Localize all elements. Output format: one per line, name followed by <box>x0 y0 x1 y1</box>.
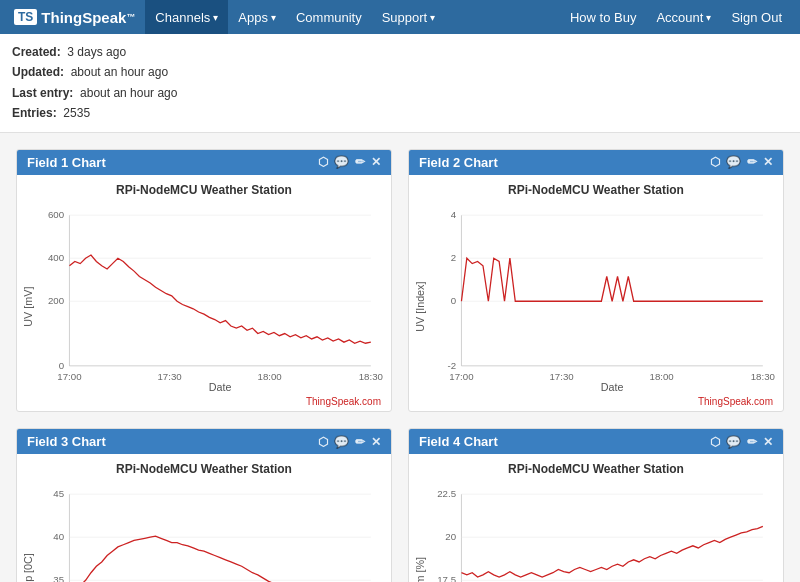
svg-text:200: 200 <box>48 295 64 306</box>
entries-label: Entries: <box>12 106 57 120</box>
chart-card-field4: Field 4 Chart ⬡ 💬 ✏ ✕ RPi-NodeMCU Weathe… <box>408 428 784 582</box>
comment-icon-field2[interactable]: 💬 <box>726 155 741 169</box>
nav-apps[interactable]: Apps ▾ <box>228 0 286 34</box>
svg-text:UV [Index]: UV [Index] <box>414 281 426 331</box>
updated-value: about an hour ago <box>71 65 168 79</box>
chart-header-field1: Field 1 Chart ⬡ 💬 ✏ ✕ <box>17 150 391 175</box>
edit-icon-field4[interactable]: ✏ <box>747 435 757 449</box>
brand-tm: ™ <box>126 12 135 22</box>
chart-subtitle-field2: RPi-NodeMCU Weather Station <box>413 183 779 197</box>
chart-subtitle-field3: RPi-NodeMCU Weather Station <box>21 462 387 476</box>
navbar: TS ThingSpeak ™ Channels ▾ Apps ▾ Commun… <box>0 0 800 34</box>
svg-text:45: 45 <box>53 489 64 500</box>
svg-text:17:30: 17:30 <box>549 370 573 381</box>
svg-text:22.5: 22.5 <box>437 489 456 500</box>
svg-text:17:00: 17:00 <box>57 370 81 381</box>
brand-icon: TS <box>14 9 37 25</box>
apps-arrow-icon: ▾ <box>271 12 276 23</box>
last-entry-value: about an hour ago <box>80 86 177 100</box>
credit-field2: ThingSpeak.com <box>409 396 783 411</box>
svg-text:600: 600 <box>48 209 64 220</box>
comment-icon-field1[interactable]: 💬 <box>334 155 349 169</box>
channel-info: Created: 3 days ago Updated: about an ho… <box>0 34 800 133</box>
edit-icon-field2[interactable]: ✏ <box>747 155 757 169</box>
svg-text:18:00: 18:00 <box>650 370 674 381</box>
svg-text:0: 0 <box>451 295 456 306</box>
svg-text:400: 400 <box>48 252 64 263</box>
nav-account[interactable]: Account ▾ <box>646 0 721 34</box>
svg-text:17:30: 17:30 <box>157 370 181 381</box>
close-icon-field3[interactable]: ✕ <box>371 435 381 449</box>
svg-text:35: 35 <box>53 575 64 582</box>
svg-text:Air Temp [0C]: Air Temp [0C] <box>22 553 34 582</box>
chart-title-field1: Field 1 Chart <box>27 155 318 170</box>
comment-icon-field4[interactable]: 💬 <box>726 435 741 449</box>
svg-text:17.5: 17.5 <box>437 575 456 582</box>
support-arrow-icon: ▾ <box>430 12 435 23</box>
svg-text:Date: Date <box>601 380 624 392</box>
nav-sign-out[interactable]: Sign Out <box>721 0 792 34</box>
svg-text:2: 2 <box>451 252 456 263</box>
svg-text:UV [mV]: UV [mV] <box>22 286 34 326</box>
chart-body-field2: RPi-NodeMCU Weather Station UV [Index] 4… <box>409 175 783 397</box>
close-icon-field4[interactable]: ✕ <box>763 435 773 449</box>
chart-icons-field3: ⬡ 💬 ✏ ✕ <box>318 435 381 449</box>
chart-card-field1: Field 1 Chart ⬡ 💬 ✏ ✕ RPi-NodeMCU Weathe… <box>16 149 392 413</box>
svg-text:18:30: 18:30 <box>359 370 383 381</box>
expand-icon-field1[interactable]: ⬡ <box>318 155 328 169</box>
account-arrow-icon: ▾ <box>706 12 711 23</box>
chart-svg-field4: Air Hum [%] 22.5 20 17.5 15 17:30 18:00 … <box>413 478 779 582</box>
svg-text:Air Hum [%]: Air Hum [%] <box>414 557 426 582</box>
expand-icon-field4[interactable]: ⬡ <box>710 435 720 449</box>
nav-how-to-buy[interactable]: How to Buy <box>560 0 646 34</box>
chart-header-field2: Field 2 Chart ⬡ 💬 ✏ ✕ <box>409 150 783 175</box>
chart-header-field3: Field 3 Chart ⬡ 💬 ✏ ✕ <box>17 429 391 454</box>
edit-icon-field3[interactable]: ✏ <box>355 435 365 449</box>
chart-svg-field3: Air Temp [0C] 45 40 35 30 17:00 17:30 18… <box>21 478 387 582</box>
chart-svg-field1: UV [mV] 600 400 200 0 17:00 17:30 18:00 … <box>21 199 387 393</box>
chart-title-field4: Field 4 Chart <box>419 434 710 449</box>
svg-text:17:00: 17:00 <box>449 370 473 381</box>
chart-body-field4: RPi-NodeMCU Weather Station Air Hum [%] … <box>409 454 783 582</box>
close-icon-field2[interactable]: ✕ <box>763 155 773 169</box>
chart-svg-field2: UV [Index] 4 2 0 -2 17:00 17:30 18:00 18… <box>413 199 779 393</box>
chart-body-field1: RPi-NodeMCU Weather Station UV [mV] 600 … <box>17 175 391 397</box>
chart-icons-field4: ⬡ 💬 ✏ ✕ <box>710 435 773 449</box>
chart-title-field3: Field 3 Chart <box>27 434 318 449</box>
svg-text:18:30: 18:30 <box>751 370 775 381</box>
svg-text:0: 0 <box>59 360 64 371</box>
svg-text:18:00: 18:00 <box>258 370 282 381</box>
svg-text:Date: Date <box>209 380 232 392</box>
expand-icon-field2[interactable]: ⬡ <box>710 155 720 169</box>
nav-channels[interactable]: Channels ▾ <box>145 0 228 34</box>
chart-header-field4: Field 4 Chart ⬡ 💬 ✏ ✕ <box>409 429 783 454</box>
chart-card-field3: Field 3 Chart ⬡ 💬 ✏ ✕ RPi-NodeMCU Weathe… <box>16 428 392 582</box>
svg-text:40: 40 <box>53 532 64 543</box>
charts-grid: Field 1 Chart ⬡ 💬 ✏ ✕ RPi-NodeMCU Weathe… <box>0 133 800 582</box>
brand-name: ThingSpeak <box>41 9 126 26</box>
nav-support[interactable]: Support ▾ <box>372 0 446 34</box>
created-value: 3 days ago <box>67 45 126 59</box>
comment-icon-field3[interactable]: 💬 <box>334 435 349 449</box>
brand[interactable]: TS ThingSpeak ™ <box>8 9 141 26</box>
close-icon-field1[interactable]: ✕ <box>371 155 381 169</box>
last-entry-label: Last entry: <box>12 86 73 100</box>
chart-title-field2: Field 2 Chart <box>419 155 710 170</box>
updated-label: Updated: <box>12 65 64 79</box>
chart-body-field3: RPi-NodeMCU Weather Station Air Temp [0C… <box>17 454 391 582</box>
chart-icons-field2: ⬡ 💬 ✏ ✕ <box>710 155 773 169</box>
chart-subtitle-field1: RPi-NodeMCU Weather Station <box>21 183 387 197</box>
svg-text:4: 4 <box>451 209 457 220</box>
chart-card-field2: Field 2 Chart ⬡ 💬 ✏ ✕ RPi-NodeMCU Weathe… <box>408 149 784 413</box>
created-label: Created: <box>12 45 61 59</box>
chart-subtitle-field4: RPi-NodeMCU Weather Station <box>413 462 779 476</box>
nav-right: How to Buy Account ▾ Sign Out <box>560 0 792 34</box>
chart-icons-field1: ⬡ 💬 ✏ ✕ <box>318 155 381 169</box>
svg-text:20: 20 <box>445 532 456 543</box>
channels-arrow-icon: ▾ <box>213 12 218 23</box>
expand-icon-field3[interactable]: ⬡ <box>318 435 328 449</box>
edit-icon-field1[interactable]: ✏ <box>355 155 365 169</box>
svg-text:-2: -2 <box>447 360 456 371</box>
entries-value: 2535 <box>63 106 90 120</box>
nav-community[interactable]: Community <box>286 0 372 34</box>
